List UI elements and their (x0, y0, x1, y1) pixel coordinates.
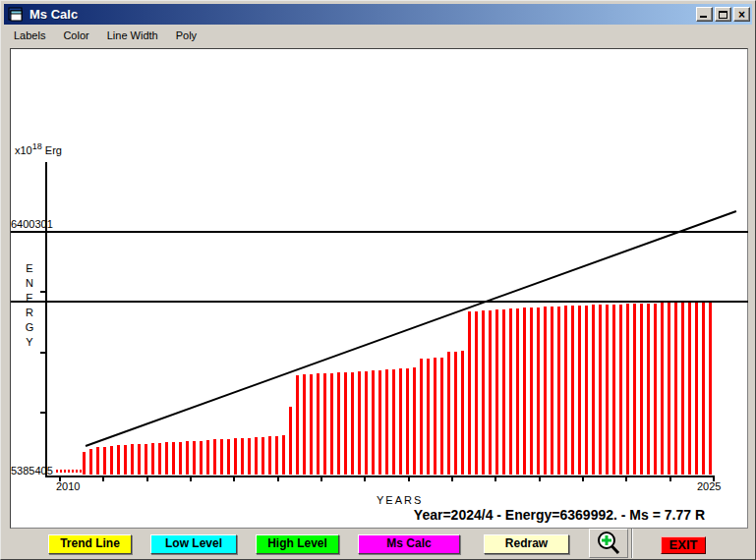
y-axis-tick (40, 412, 46, 414)
exit-button[interactable]: EXIT (661, 536, 706, 554)
energy-bar (96, 447, 99, 475)
y-axis-line (45, 162, 47, 477)
minimize-button[interactable] (696, 7, 713, 22)
energy-bar (640, 304, 643, 475)
x-axis-tick (408, 477, 410, 481)
baseline-energy-dot (60, 470, 62, 473)
energy-bar (626, 304, 629, 475)
x-axis-tick (320, 477, 322, 481)
toolbar-separator (631, 529, 633, 558)
energy-bar (262, 437, 264, 475)
high-level-line (11, 231, 748, 233)
energy-bar (317, 373, 320, 475)
energy-bar (365, 371, 368, 475)
energy-bar (275, 436, 278, 475)
redraw-button[interactable]: Redraw (484, 534, 569, 554)
title-bar[interactable]: Ms Calc × (4, 4, 752, 25)
energy-bar (110, 446, 113, 475)
form-window-icon (8, 7, 24, 22)
baseline-energy-dot (56, 470, 58, 473)
energy-bar (89, 449, 92, 475)
energy-bar (83, 452, 86, 475)
energy-bar (103, 447, 106, 475)
x-axis-title: YEARS (377, 494, 423, 506)
baseline-energy-dot (72, 470, 74, 473)
energy-bar (399, 368, 402, 475)
energy-bar (434, 358, 436, 475)
energy-bar (674, 303, 677, 475)
energy-bar (358, 371, 361, 475)
y-axis-title-letter: Y (24, 335, 35, 350)
energy-bar (165, 442, 168, 475)
trend-line (86, 211, 736, 446)
energy-bar (551, 307, 553, 475)
y-axis-title-letter: E (24, 261, 35, 276)
energy-bar (502, 309, 505, 475)
energy-bar (571, 306, 574, 475)
x-axis-tick (277, 477, 279, 481)
energy-bar (220, 439, 223, 475)
energy-bar (213, 439, 216, 475)
x-axis-tick (190, 477, 192, 481)
energy-bar (310, 374, 313, 475)
energy-bar (612, 305, 615, 475)
maximize-button[interactable] (715, 7, 731, 22)
x-axis-tick (364, 477, 366, 481)
energy-bar (523, 308, 526, 475)
energy-bar (124, 445, 127, 475)
energy-bar (248, 438, 251, 475)
high-level-button[interactable]: High Level (256, 534, 339, 554)
x-axis-start-year-label: 2010 (56, 480, 80, 492)
menu-item-color[interactable]: Color (61, 28, 90, 43)
app-window: Ms Calc × Labels Color Line Width Poly x… (0, 0, 756, 560)
close-button[interactable]: × (733, 7, 750, 22)
energy-bar (489, 310, 492, 475)
maximize-icon (719, 11, 727, 19)
window-title: Ms Calc (29, 7, 694, 22)
low-level-line (11, 301, 748, 303)
menu-item-poly[interactable]: Poly (174, 28, 199, 43)
energy-bar (468, 311, 471, 475)
close-icon: × (738, 9, 745, 21)
zoom-button[interactable] (589, 529, 628, 558)
energy-bar (172, 442, 175, 475)
energy-bar (509, 308, 512, 475)
low-level-button[interactable]: Low Level (150, 534, 237, 554)
energy-bar (413, 367, 416, 475)
energy-bar (193, 441, 196, 475)
energy-bar (158, 443, 161, 475)
energy-bar (234, 438, 237, 475)
ms-calc-button[interactable]: Ms Calc (358, 534, 460, 554)
energy-bar (344, 372, 347, 475)
energy-bar (681, 303, 684, 475)
energy-bar (440, 358, 443, 475)
energy-bar (619, 305, 622, 475)
energy-bar (585, 306, 588, 475)
energy-bar (138, 444, 141, 475)
energy-bar (654, 304, 657, 475)
menu-item-labels[interactable]: Labels (12, 28, 47, 43)
energy-bar (495, 309, 498, 475)
energy-bar (606, 305, 609, 475)
energy-bar (537, 308, 540, 475)
y-axis-title-letter: G (24, 320, 35, 335)
energy-bar (117, 445, 120, 475)
energy-bar (323, 373, 326, 475)
energy-bar (296, 375, 299, 475)
x-axis-tick (669, 477, 671, 481)
energy-bar (372, 370, 375, 475)
menu-item-line-width[interactable]: Line Width (105, 28, 160, 43)
energy-bar (186, 441, 189, 475)
energy-bar (475, 311, 478, 475)
baseline-energy-dot (80, 470, 82, 473)
energy-bar (200, 441, 203, 475)
trend-line-button[interactable]: Trend Line (48, 534, 132, 554)
energy-bar (303, 374, 306, 475)
energy-bar (516, 308, 519, 475)
energy-bar (702, 303, 705, 475)
energy-bar (255, 437, 258, 475)
energy-bar (709, 303, 712, 475)
y-axis-title-vertical: ENERGY (24, 261, 35, 350)
energy-bar (241, 438, 244, 475)
y-axis-tick (40, 291, 46, 293)
